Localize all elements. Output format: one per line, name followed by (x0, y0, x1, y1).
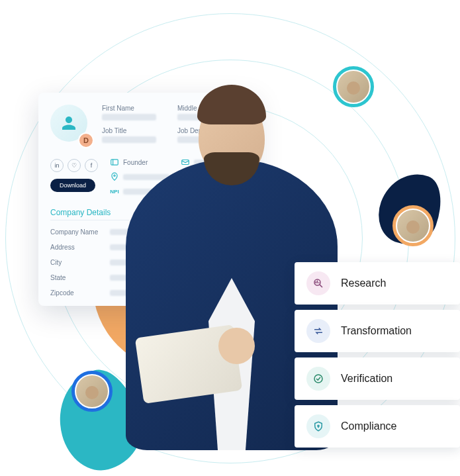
transformation-icon (306, 319, 330, 343)
feature-verification: Verification (295, 357, 460, 400)
feature-compliance: Compliance (295, 405, 460, 448)
feature-list: Research Transformation Verification Com… (295, 262, 460, 448)
detail-label: Company Name (50, 228, 110, 236)
verification-icon (306, 367, 330, 391)
feature-research: Research (295, 262, 460, 305)
person-icon (59, 113, 79, 133)
svg-point-2 (114, 175, 115, 176)
svg-point-5 (318, 425, 319, 426)
svg-rect-0 (111, 160, 118, 165)
detail-label: State (50, 274, 110, 281)
feature-label: Compliance (341, 420, 396, 432)
feature-transformation: Transformation (295, 310, 460, 352)
detail-label: Zipcode (50, 289, 110, 297)
npi-icon: NPI (110, 187, 119, 196)
feature-label: Research (341, 277, 386, 289)
svg-point-4 (314, 375, 322, 383)
profile-avatar: D (50, 105, 93, 147)
badge-icon (110, 158, 119, 167)
location-icon (110, 172, 119, 181)
floating-avatar (333, 66, 374, 107)
floating-avatar (392, 205, 434, 246)
linkedin-icon[interactable]: in (50, 159, 64, 172)
twitter-icon[interactable]: ♡ (68, 159, 81, 172)
download-button[interactable]: Download (50, 179, 95, 192)
avatar-badge: D (78, 132, 94, 148)
feature-label: Verification (341, 373, 392, 385)
research-icon (306, 271, 330, 295)
detail-label: City (50, 259, 110, 266)
floating-avatar (71, 371, 113, 412)
company-details-heading: Company Details (50, 208, 130, 220)
compliance-icon (306, 414, 330, 438)
facebook-icon[interactable]: f (85, 159, 98, 172)
feature-label: Transformation (341, 325, 412, 337)
detail-label: Address (50, 244, 110, 251)
